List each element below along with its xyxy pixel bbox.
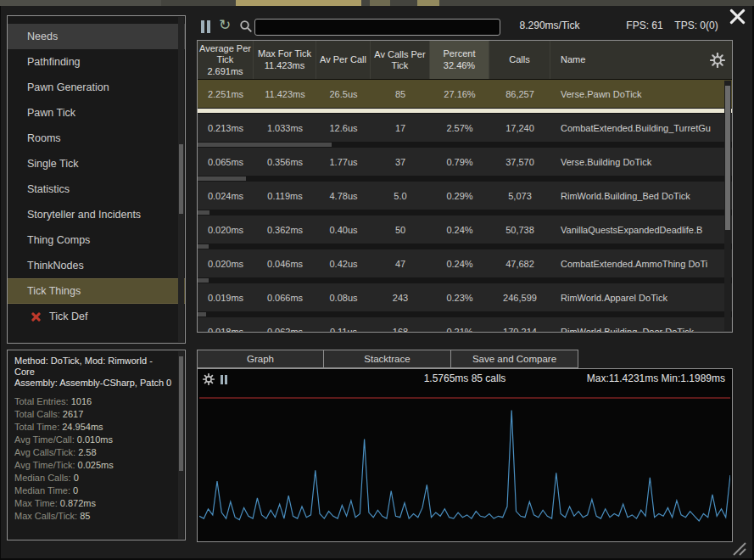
sidebar-item-pawn-tick[interactable]: Pawn Tick bbox=[8, 100, 185, 126]
cell-name: Verse.Building DoTick bbox=[550, 157, 732, 167]
cell: 168 bbox=[371, 327, 430, 333]
column-header-calls[interactable]: Calls bbox=[489, 41, 550, 79]
cell: 37 bbox=[371, 157, 430, 167]
column-header-average-per-tick[interactable]: Average Per Tick2.691ms bbox=[198, 41, 254, 79]
cell: 0.79% bbox=[430, 157, 489, 167]
sidebar-item-statistics[interactable]: Statistics bbox=[8, 176, 185, 202]
cell: 17 bbox=[371, 123, 430, 133]
game-world-strip bbox=[0, 0, 754, 6]
table-body: 2.251ms11.423ms26.5us8527.16%86,257Verse… bbox=[198, 80, 732, 332]
cell: 5.0 bbox=[371, 191, 430, 201]
tab-save-and-compare[interactable]: Save and Compare bbox=[451, 350, 578, 368]
cell: 0.42us bbox=[316, 259, 371, 269]
stat-line: Total Calls: 2617 bbox=[14, 408, 173, 421]
sidebar-item-single-tick[interactable]: Single Tick bbox=[8, 151, 185, 176]
cell: 0.23% bbox=[430, 293, 489, 303]
stat-line: Avg Calls/Tick: 2.58 bbox=[14, 446, 173, 459]
column-header-percent[interactable]: Percent32.46% bbox=[430, 41, 489, 79]
table-row[interactable]: 0.018ms0.062ms0.11us1680.21%170,214RimWo… bbox=[198, 317, 732, 332]
cell: 50 bbox=[371, 225, 430, 235]
sidebar-item-thing-comps[interactable]: Thing Comps bbox=[8, 227, 185, 253]
stat-line: Avg Time/Tick: 0.025ms bbox=[14, 459, 173, 472]
cell: 0.020ms bbox=[198, 225, 254, 235]
details-scrollbar-thumb[interactable] bbox=[179, 356, 183, 471]
table-row[interactable]: 0.065ms0.356ms1.77us370.79%37,570Verse.B… bbox=[198, 148, 732, 182]
method-details-panel: Method: DoTick, Mod: Rimworld - Core Ass… bbox=[7, 350, 186, 540]
remove-x-icon[interactable] bbox=[31, 311, 42, 322]
table-row[interactable]: 0.213ms1.033ms12.6us172.57%17,240CombatE… bbox=[198, 114, 732, 148]
cell: 37,570 bbox=[489, 157, 550, 167]
cell-name: CombatExtended.AmmoThing DoTi bbox=[550, 259, 732, 269]
sidebar-item-pawn-generation[interactable]: Pawn Generation bbox=[8, 75, 185, 100]
table-scrollbar-thumb[interactable] bbox=[725, 86, 730, 230]
cell-name: RimWorld.Apparel DoTick bbox=[550, 293, 732, 303]
cell: 0.24% bbox=[430, 259, 489, 269]
row-percent-bar bbox=[198, 210, 209, 215]
stat-line: Median Time: 0 bbox=[14, 484, 173, 497]
cell: 4.78us bbox=[316, 191, 371, 201]
pause-icon[interactable] bbox=[201, 20, 211, 33]
graph-box: 1.5765ms 85 calls Max:11.4231ms Min:1.19… bbox=[197, 368, 733, 542]
sidebar-item-rooms[interactable]: Rooms bbox=[8, 126, 185, 151]
cell-name: CombatExtended.Building_TurretGu bbox=[550, 123, 732, 133]
cell: 0.020ms bbox=[198, 259, 254, 269]
table-row[interactable]: 2.251ms11.423ms26.5us8527.16%86,257Verse… bbox=[198, 80, 732, 114]
details-stats: Total Entries: 1016Total Calls: 2617Tota… bbox=[14, 395, 173, 523]
sidebar-item-tick-def[interactable]: Tick Def bbox=[8, 304, 185, 329]
refresh-icon[interactable]: ↻ bbox=[219, 17, 231, 34]
column-header-max-for-tick[interactable]: Max For Tick11.423ms bbox=[254, 41, 316, 79]
column-header-av-calls-per-tick[interactable]: Av Calls Per Tick bbox=[371, 41, 430, 79]
cell: 17,240 bbox=[489, 123, 550, 133]
sidebar-scrollbar-thumb[interactable] bbox=[179, 144, 183, 214]
table-row[interactable]: 0.024ms0.119ms4.78us5.00.29%5,073RimWorl… bbox=[198, 182, 732, 216]
cell: 5,073 bbox=[489, 191, 550, 201]
cell: 0.08us bbox=[316, 293, 371, 303]
tab-stacktrace[interactable]: Stacktrace bbox=[324, 350, 451, 368]
table-row[interactable]: 0.020ms0.362ms0.40us500.24%50,738Vanilla… bbox=[198, 216, 732, 249]
table-header: Average Per Tick2.691msMax For Tick11.42… bbox=[198, 41, 732, 80]
sidebar-subitem-label: Tick Def bbox=[49, 311, 87, 322]
row-percent-bar bbox=[198, 312, 206, 316]
cell: 0.024ms bbox=[198, 191, 254, 201]
search-icon[interactable] bbox=[239, 20, 253, 36]
cell: 0.40us bbox=[316, 225, 371, 235]
stat-line: Max Calls/Tick: 85 bbox=[14, 510, 173, 523]
cell: 1.033ms bbox=[254, 123, 316, 133]
search-input[interactable] bbox=[254, 19, 500, 36]
cell: 1.77us bbox=[316, 157, 371, 167]
cell: 2.57% bbox=[430, 123, 489, 133]
cell: 0.24% bbox=[430, 225, 489, 235]
cell-name: VanillaQuestsExpandedDeadlife.B bbox=[550, 225, 732, 235]
cell: 243 bbox=[371, 293, 430, 303]
cell: 0.29% bbox=[430, 191, 489, 201]
profiler-results-table: Average Per Tick2.691msMax For Tick11.42… bbox=[197, 40, 733, 333]
sidebar-item-thinknodes[interactable]: ThinkNodes bbox=[8, 253, 185, 278]
tab-bar: GraphStacktraceSave and Compare bbox=[197, 350, 578, 368]
table-settings-gear-icon[interactable] bbox=[710, 53, 725, 68]
sidebar-item-tick-things[interactable]: Tick Things bbox=[8, 278, 185, 304]
tps-stat: TPS: 0(0) bbox=[654, 20, 739, 31]
cell: 0.11us bbox=[316, 327, 371, 333]
tick-graph-svg bbox=[199, 389, 730, 540]
column-header-name[interactable]: Name bbox=[550, 41, 732, 79]
table-row[interactable]: 0.019ms0.066ms0.08us2430.23%246,599RimWo… bbox=[198, 283, 732, 317]
sidebar-list: NeedsPathfindingPawn GenerationPawn Tick… bbox=[8, 16, 185, 304]
row-percent-bar bbox=[198, 109, 732, 113]
sidebar-item-needs[interactable]: Needs bbox=[8, 24, 185, 49]
cell: 0.019ms bbox=[198, 293, 254, 303]
resize-grip[interactable] bbox=[730, 540, 747, 557]
sidebar-item-pathfinding[interactable]: Pathfinding bbox=[8, 49, 185, 75]
sidebar-scrollbar[interactable] bbox=[178, 17, 184, 342]
table-scrollbar[interactable] bbox=[724, 81, 731, 331]
graph-max-min-stat: Max:11.4231ms Min:1.1989ms bbox=[587, 372, 725, 384]
cell: 86,257 bbox=[489, 89, 550, 99]
cell: 0.362ms bbox=[254, 225, 316, 235]
table-row[interactable]: 0.020ms0.046ms0.42us470.24%47,682CombatE… bbox=[198, 249, 732, 283]
sidebar-item-storyteller-and-incidents[interactable]: Storyteller and Incidents bbox=[8, 202, 185, 227]
cell: 11.423ms bbox=[254, 89, 316, 99]
cell-name: Verse.Pawn DoTick bbox=[550, 89, 732, 99]
column-header-av-per-call[interactable]: Av Per Call bbox=[316, 41, 371, 79]
details-scrollbar[interactable] bbox=[178, 351, 184, 539]
cell: 0.119ms bbox=[254, 191, 316, 201]
tab-graph[interactable]: Graph bbox=[197, 350, 324, 368]
